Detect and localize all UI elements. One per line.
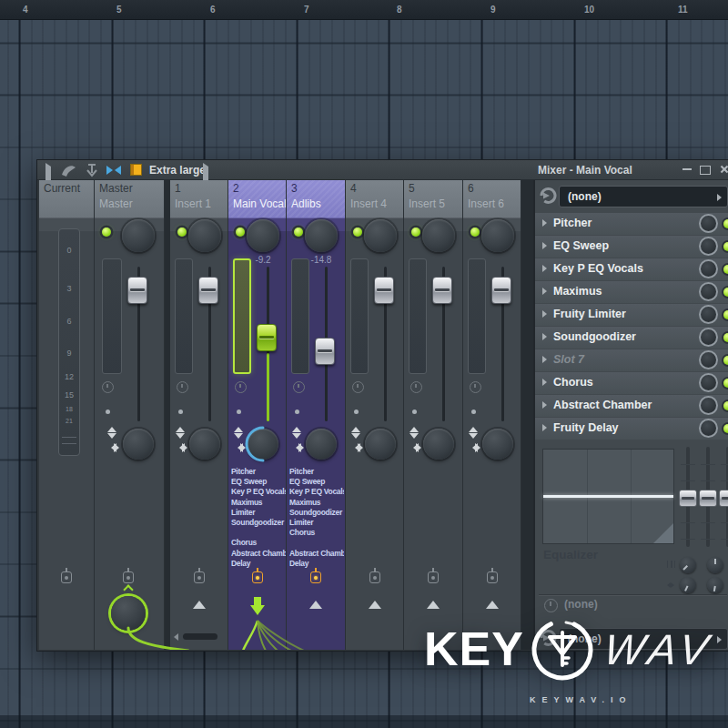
fx-enable-led[interactable] xyxy=(723,242,728,251)
route-down-arrow[interactable] xyxy=(250,597,265,621)
dock-icon[interactable] xyxy=(85,163,101,177)
chevron-right-icon[interactable] xyxy=(542,333,547,340)
scrollbar-thumb[interactable] xyxy=(183,633,217,640)
track-enable-led[interactable] xyxy=(236,228,245,237)
plugin-list[interactable]: Pitcher EQ Sweep Key P EQ Vocals Maximus… xyxy=(289,467,344,569)
mixer-toolbar[interactable]: Extra large Mixer - Main Vocal xyxy=(37,160,728,180)
volume-fader[interactable] xyxy=(491,277,511,304)
track-enable-led[interactable] xyxy=(294,228,303,237)
chevron-right-icon[interactable] xyxy=(542,265,547,272)
mixer-horizontal-scrollbar[interactable] xyxy=(174,632,225,642)
volume-knob[interactable] xyxy=(364,219,397,252)
track-header[interactable]: 4 Insert 4 xyxy=(346,180,403,218)
volume-knob[interactable] xyxy=(122,219,155,252)
view-size-arrow-icon[interactable] xyxy=(203,167,219,181)
pan-knob[interactable] xyxy=(423,429,454,460)
pan-knob[interactable] xyxy=(306,429,337,460)
route-up-arrow[interactable] xyxy=(309,601,322,609)
fx-enable-led[interactable] xyxy=(723,288,728,297)
track-enable-led[interactable] xyxy=(177,228,187,237)
fx-mix-knob[interactable] xyxy=(699,328,718,347)
chevron-right-icon[interactable] xyxy=(542,379,547,386)
speaker-icon[interactable] xyxy=(194,571,205,583)
speaker-icon[interactable] xyxy=(369,571,380,583)
pan-knob[interactable] xyxy=(189,429,220,460)
clock-icon[interactable] xyxy=(102,381,114,393)
mixer-window[interactable]: Extra large Mixer - Main Vocal Current 0… xyxy=(36,159,728,652)
track-enable-led[interactable] xyxy=(470,228,480,237)
track-header[interactable]: 6 Insert 6 xyxy=(463,180,521,218)
plugin-name[interactable]: EQ Sweep xyxy=(289,477,344,487)
channel-lr-icon[interactable] xyxy=(350,443,365,452)
clock-icon[interactable] xyxy=(410,381,422,393)
eq-high-slider[interactable] xyxy=(719,490,728,507)
mixer-strip-insert-6[interactable]: 6 Insert 6 xyxy=(463,180,521,650)
plugin-name[interactable] xyxy=(231,528,286,538)
fx-slot-3[interactable]: Key P EQ Vocals xyxy=(535,258,728,280)
chevron-right-icon[interactable] xyxy=(542,310,547,318)
stereo-separation-icon[interactable] xyxy=(292,422,303,440)
volume-fader[interactable] xyxy=(432,277,452,304)
track-header[interactable]: 3 Adlibs xyxy=(287,180,345,218)
fx-slot-9[interactable]: Abstract Chamber xyxy=(535,395,728,417)
route-up-arrow[interactable] xyxy=(193,601,206,609)
fx-slot-5[interactable]: Fruity Limiter xyxy=(535,304,728,326)
plugin-name[interactable]: EQ Sweep xyxy=(231,477,286,487)
channel-lr-icon[interactable] xyxy=(291,443,306,452)
eq-width-knob[interactable] xyxy=(707,577,723,593)
plugin-name[interactable]: Limiter xyxy=(289,518,344,528)
plugin-name[interactable]: Abstract Chamber xyxy=(231,549,286,559)
fx-slot-8[interactable]: Chorus xyxy=(535,372,728,394)
clock-icon[interactable] xyxy=(177,381,188,393)
route-chevron-icon[interactable] xyxy=(123,584,133,594)
mixer-strip-adlibs[interactable]: 3 Adlibs -14.8 Pitcher EQ Sweep Key P EQ… xyxy=(287,180,346,650)
plugin-name[interactable]: Key P EQ Vocals xyxy=(289,487,344,497)
fx-mix-knob[interactable] xyxy=(699,259,718,278)
track-header[interactable]: 5 Insert 5 xyxy=(404,180,462,218)
eq-freq-knob[interactable] xyxy=(680,557,696,573)
plugin-name[interactable]: Delay xyxy=(231,559,286,569)
clock-icon[interactable] xyxy=(235,381,247,393)
record-dot-icon[interactable] xyxy=(295,410,299,414)
fx-slot-6[interactable]: Soundgoodizer xyxy=(535,327,728,349)
fx-mix-knob[interactable] xyxy=(699,373,718,392)
eq-freq-knob[interactable] xyxy=(707,557,723,573)
plugin-name[interactable]: Abstract Chamber xyxy=(289,549,344,559)
chevron-right-icon[interactable] xyxy=(542,424,547,431)
stereo-separation-icon[interactable] xyxy=(176,422,187,440)
plugin-name[interactable]: Delay xyxy=(289,559,344,569)
fx-slot-7[interactable]: Slot 7 xyxy=(535,349,728,371)
fx-mix-knob[interactable] xyxy=(699,419,718,438)
record-dot-icon[interactable] xyxy=(412,410,417,414)
pan-knob[interactable] xyxy=(123,429,154,460)
mixer-side-panel[interactable]: (none) Pitcher EQ Sweep Key P EQ Vocals xyxy=(533,180,728,650)
track-enable-led[interactable] xyxy=(102,228,111,237)
eq-low-slider[interactable] xyxy=(679,490,697,507)
chevron-right-icon[interactable] xyxy=(542,242,547,249)
fx-enable-led[interactable] xyxy=(723,356,728,365)
volume-fader[interactable] xyxy=(127,277,147,304)
plugin-name[interactable]: Pitcher xyxy=(289,467,344,477)
fx-enable-led[interactable] xyxy=(723,219,728,228)
pan-knob[interactable] xyxy=(482,429,513,460)
volume-knob[interactable] xyxy=(305,219,338,252)
fx-enable-led[interactable] xyxy=(723,310,728,319)
master-output-knob[interactable] xyxy=(111,596,146,631)
track-header[interactable]: Current xyxy=(39,180,94,218)
clock-icon[interactable] xyxy=(470,381,481,393)
track-header[interactable]: 1 Insert 1 xyxy=(170,180,228,218)
volume-fader[interactable] xyxy=(374,277,394,304)
stereo-separation-icon[interactable] xyxy=(107,422,118,440)
track-header[interactable]: 2 Main Vocal xyxy=(228,180,286,218)
collapse-icon[interactable] xyxy=(106,163,122,177)
mixer-strip-insert-1[interactable]: 1 Insert 1 xyxy=(170,180,228,650)
plugin-name[interactable]: Chorus xyxy=(289,528,344,538)
track-enable-led[interactable] xyxy=(411,228,420,237)
volume-fader[interactable] xyxy=(315,338,335,365)
volume-knob[interactable] xyxy=(481,219,514,252)
fx-mix-knob[interactable] xyxy=(699,282,718,301)
fx-enable-led[interactable] xyxy=(723,401,728,410)
route-up-arrow[interactable] xyxy=(369,601,381,609)
detach-icon[interactable] xyxy=(60,163,76,177)
view-size-label[interactable]: Extra large xyxy=(149,164,206,177)
